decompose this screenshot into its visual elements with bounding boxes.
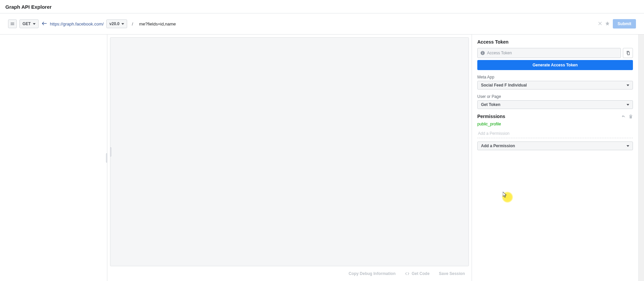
- save-session-button[interactable]: Save Session: [439, 271, 465, 276]
- submit-button[interactable]: Submit: [613, 19, 636, 29]
- svg-point-2: [482, 52, 483, 52]
- meta-app-select[interactable]: Social Feed F Individual: [477, 81, 633, 90]
- permission-item[interactable]: public_profile: [477, 122, 633, 126]
- base-url: https://graph.facebook.com/: [50, 21, 104, 26]
- add-permission-select[interactable]: Add a Permission: [477, 142, 633, 150]
- access-token-title: Access Token: [477, 39, 633, 45]
- path-slash: /: [130, 21, 135, 26]
- access-token-input[interactable]: [487, 51, 618, 55]
- copy-token-button[interactable]: [623, 48, 633, 58]
- user-or-page-select[interactable]: Get Token: [477, 100, 633, 109]
- api-version-value: v20.0: [109, 21, 119, 26]
- page-title: Graph API Explorer: [0, 0, 644, 13]
- chevron-down-icon: [627, 85, 629, 86]
- vertical-scrollbar[interactable]: [638, 35, 644, 281]
- svg-rect-1: [482, 53, 483, 54]
- undo-icon[interactable]: [622, 114, 626, 119]
- add-permission-input[interactable]: [477, 130, 633, 138]
- get-code-button[interactable]: Get Code: [405, 271, 429, 276]
- user-or-page-label: User or Page: [477, 94, 633, 99]
- info-icon: [480, 51, 485, 55]
- http-method-select[interactable]: GET: [19, 19, 39, 28]
- chevron-down-icon: [33, 23, 36, 25]
- http-method-value: GET: [22, 21, 31, 26]
- hamburger-icon[interactable]: [8, 19, 17, 28]
- fields-panel: [0, 35, 107, 281]
- response-footer: Copy Debug Information Get Code Save Ses…: [107, 266, 472, 281]
- api-version-select[interactable]: v20.0: [106, 19, 127, 28]
- arrow-left-icon[interactable]: [41, 21, 47, 26]
- resize-handle[interactable]: [106, 153, 107, 163]
- side-panel: Access Token Generate Access Token Meta …: [472, 35, 638, 281]
- chevron-down-icon: [121, 23, 124, 25]
- meta-app-value: Social Feed F Individual: [481, 83, 527, 88]
- response-area: [110, 37, 469, 266]
- meta-app-label: Meta App: [477, 75, 633, 79]
- star-icon[interactable]: [605, 21, 609, 26]
- add-permission-label: Add a Permission: [481, 144, 515, 148]
- resize-handle[interactable]: [110, 147, 111, 157]
- trash-icon[interactable]: [629, 114, 633, 119]
- generate-token-button[interactable]: Generate Access Token: [477, 60, 633, 70]
- access-token-field[interactable]: [477, 48, 621, 58]
- permissions-title: Permissions: [477, 114, 505, 119]
- chevron-down-icon: [627, 145, 629, 147]
- clear-icon[interactable]: [598, 21, 602, 26]
- copy-debug-button[interactable]: Copy Debug Information: [348, 271, 395, 276]
- chevron-down-icon: [627, 104, 629, 106]
- copy-icon: [626, 51, 630, 55]
- request-bar: GET https://graph.facebook.com/ v20.0 /: [8, 19, 636, 29]
- user-or-page-value: Get Token: [481, 102, 500, 107]
- request-path-input[interactable]: [138, 19, 596, 28]
